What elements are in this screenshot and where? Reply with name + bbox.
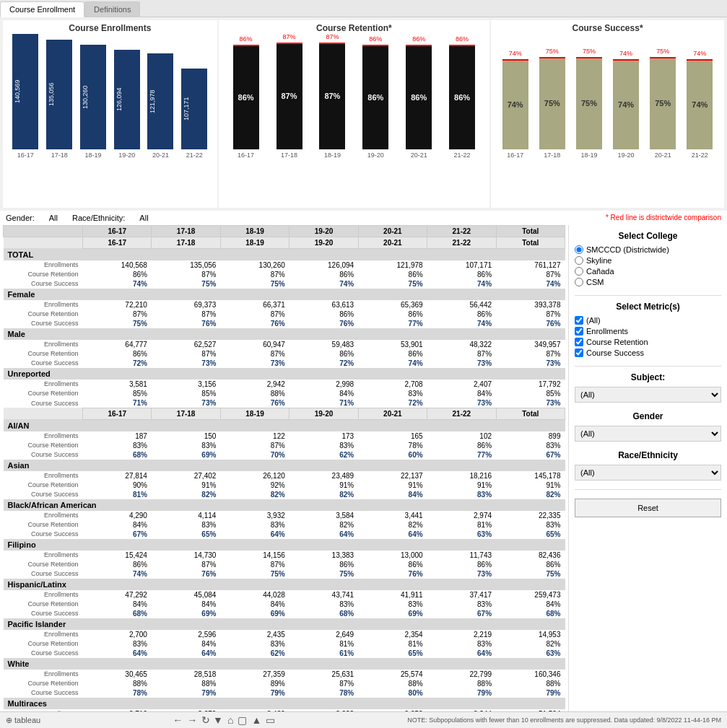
subject-dropdown[interactable]: (All) <box>575 387 721 403</box>
table-cell: 83% <box>496 520 565 530</box>
table-cell: 86% <box>358 349 427 359</box>
enroll-bar-group: 107,171 21-22 <box>180 69 209 159</box>
table-cell: 27,359 <box>220 670 289 679</box>
row-label: Enrollments <box>4 590 83 600</box>
college-radio-input[interactable] <box>575 278 583 286</box>
table-row: Course Retention85%85%88%84%83%84%85% <box>4 389 565 398</box>
retention-target-pct: 86% <box>449 35 475 43</box>
retention-bar: 86% <box>449 45 475 149</box>
table-cell: 91% <box>427 481 496 490</box>
table-cell: 84% <box>152 639 220 649</box>
table-cell: 69% <box>358 609 427 618</box>
college-radio-item[interactable]: Skyline <box>575 256 721 265</box>
row-label: Enrollments <box>4 260 83 270</box>
table-cell: 73% <box>427 359 496 368</box>
metric-checkbox-label: Course Retention <box>586 338 648 346</box>
college-radio-input[interactable] <box>575 245 583 254</box>
tab-definitions[interactable]: Definitions <box>84 1 140 17</box>
table-cell: 91% <box>358 481 427 490</box>
row-label: Enrollments <box>4 551 83 560</box>
metric-checkbox-label: Course Success <box>586 348 644 357</box>
table-row: Course Success74%76%75%75%76%73%75% <box>4 569 565 579</box>
table-row: Course Retention88%88%89%87%88%88%88% <box>4 679 565 688</box>
forward-icon[interactable]: → <box>187 714 197 726</box>
footer-note: NOTE: Subpopulations with fewer than 10 … <box>407 716 721 724</box>
metric-checkbox-input[interactable] <box>575 338 583 346</box>
table-cell: 77% <box>358 319 427 328</box>
table-cell: 79% <box>496 688 565 698</box>
table-header: 20-21 <box>358 225 427 237</box>
table-cell: 76% <box>496 319 565 328</box>
group-header-cell: Asian <box>4 460 565 471</box>
col-header: 19-20 <box>290 237 358 248</box>
table-cell: 83% <box>358 600 427 609</box>
retention-bar-group: 87% 87% 18-19 <box>318 28 347 159</box>
college-radio-input[interactable] <box>575 267 583 276</box>
refresh-icon[interactable]: ↻ ▼ <box>201 714 223 726</box>
success-bar-wrap: 75% 75% <box>576 57 602 149</box>
group-header-cell: Black/African American <box>4 499 565 511</box>
back-icon[interactable]: ← <box>173 714 183 726</box>
fullscreen-icon[interactable]: ▭ <box>266 714 275 726</box>
table-cell: 73% <box>496 359 565 368</box>
table-cell: 74% <box>83 279 152 289</box>
table-cell: 349,957 <box>496 340 565 349</box>
table-cell: 72% <box>358 398 427 408</box>
row-label: Enrollments <box>4 300 83 310</box>
table-cell: 69% <box>152 609 220 618</box>
college-radio-item[interactable]: CSM <box>575 278 721 286</box>
metric-checkbox-item[interactable]: Course Success <box>575 348 721 357</box>
table-cell: 45,084 <box>152 590 220 600</box>
reset-button[interactable]: Reset <box>575 499 721 517</box>
row-label: Course Retention <box>4 520 83 530</box>
success-bar: 75% <box>650 57 676 149</box>
table-cell: 84% <box>496 600 565 609</box>
table-cell: 14,953 <box>496 630 565 639</box>
college-radio-label: Skyline <box>586 256 611 265</box>
home-icon[interactable]: ⌂ <box>227 714 233 726</box>
table-cell: 74% <box>496 279 565 289</box>
row-label: Course Retention <box>4 349 83 359</box>
enroll-bar-year: 18-19 <box>84 152 101 159</box>
race-dropdown[interactable]: (All) <box>575 465 721 481</box>
table-cell: 87% <box>290 679 358 688</box>
table-cell: 14,730 <box>152 551 220 560</box>
success-bar-group: 75% 75% 17-18 <box>538 43 567 159</box>
table-row: Course Success74%75%75%74%75%74%74% <box>4 279 565 289</box>
table-cell: 83% <box>83 441 152 450</box>
table-cell: 64% <box>220 530 289 539</box>
success-bar-year: 20-21 <box>655 152 671 159</box>
table-row: Enrollments47,29245,08444,02843,74141,91… <box>4 590 565 600</box>
group-header-cell: Unreported <box>4 368 565 380</box>
table-cell: 86% <box>290 270 358 279</box>
college-radio-input[interactable] <box>575 256 583 265</box>
enroll-bar: 140,569 <box>12 34 38 149</box>
metric-checkbox-item[interactable]: (All) <box>575 316 721 325</box>
college-radio-item[interactable]: Cañada <box>575 267 721 276</box>
college-radio-label: SMCCCD (Districtwide) <box>586 245 669 254</box>
success-bar-group: 74% 74% 19-20 <box>611 45 640 159</box>
table-cell: 91% <box>290 481 358 490</box>
table-cell: 65,369 <box>358 300 427 310</box>
table-cell: 67% <box>83 530 152 539</box>
table-cell: 75% <box>83 319 152 328</box>
share-icon[interactable]: ▢ <box>238 714 247 726</box>
college-radio-label: Cañada <box>586 267 614 276</box>
metric-checkbox-input[interactable] <box>575 348 583 357</box>
table-cell: 88% <box>496 679 565 688</box>
metric-checkbox-item[interactable]: Course Retention <box>575 338 721 346</box>
tab-course-enrollment[interactable]: Course Enrollment <box>0 1 84 17</box>
gender-dropdown[interactable]: (All) <box>575 426 721 442</box>
metric-checkbox-item[interactable]: Enrollments <box>575 327 721 336</box>
college-radio-item[interactable]: SMCCCD (Districtwide) <box>575 245 721 254</box>
success-bar: 74% <box>502 59 528 149</box>
table-cell: 87% <box>496 310 565 319</box>
table-cell: 121,978 <box>358 260 427 270</box>
table-cell: 83% <box>427 600 496 609</box>
table-row: Course Retention90%91%92%91%91%91%91% <box>4 481 565 490</box>
download-icon[interactable]: ▲ <box>251 714 261 726</box>
data-table-wrap[interactable]: 16-1717-1818-1919-2020-2121-22Total16-17… <box>0 225 568 711</box>
metric-checkbox-input[interactable] <box>575 327 583 336</box>
metric-checkbox-input[interactable] <box>575 316 583 325</box>
table-cell: 56,442 <box>427 300 496 310</box>
